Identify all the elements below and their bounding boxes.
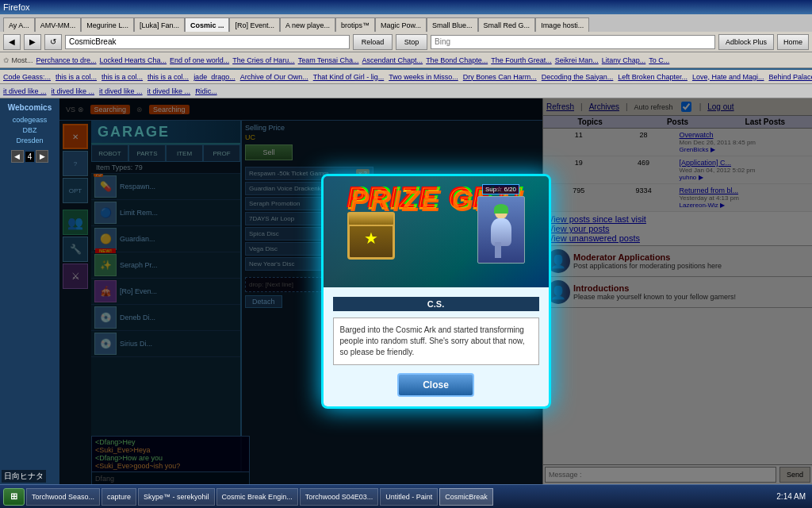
bookmark-6[interactable]: Ascendant Chapt... [362,56,423,64]
bookmarks-bar: ✩ Most... Perchance to dre... Locked Hea… [0,52,812,68]
taskbar-torchwood[interactable]: Torchwood Seaso... [26,488,100,506]
prize-chest-icon: ★ [347,216,395,260]
bm3-1[interactable]: it dived like ... [3,87,47,95]
bookmark-most-visited[interactable]: ✩ Most... [3,56,33,64]
tab-amv[interactable]: AMV-MM... [35,17,82,32]
bookmark-8[interactable]: The Fourth Great... [491,56,552,64]
third-bookmarks-bar: it dived like ... it dived like ... it d… [0,84,812,98]
bm2-col1[interactable]: this is a col... [56,73,97,81]
char-legs [495,242,501,258]
taskbar-skype[interactable]: Skype™ - serekyohil [138,488,215,506]
bookmark-5[interactable]: Team Tensai Cha... [298,56,359,64]
browser-title: Firefox [3,2,30,12]
home-button[interactable]: Home [777,34,809,50]
taskbar-paint[interactable]: Untitled - Paint [380,488,438,506]
browser-sidebar: Webcomics codegeass DBZ Dresden ◀ 4 ▶ [0,98,59,484]
bm2-tkind[interactable]: That Kind of Girl - lig... [313,73,385,81]
bm3-4[interactable]: it dived like ... [147,87,191,95]
prize-modal-overlay: PRIZE GET! ★ Sup☆ 6/20 [59,98,812,484]
address-bar[interactable] [65,35,350,49]
clock-time: 2:14 AM [776,492,806,501]
bm2-behind[interactable]: Behind Palace Wall... [768,73,812,81]
bookmark-4[interactable]: The Cries of Haru... [232,56,295,64]
prize-header: PRIZE GET! ★ Sup☆ 6/20 [324,176,549,287]
sidebar-codegeass[interactable]: codegeass [13,116,48,124]
taskbar: ⊞ Torchwood Seaso... capture Skype™ - se… [0,484,812,508]
bookmark-2[interactable]: Locked Hearts Cha... [100,56,167,64]
sidebar-webcomics-label: Webcomics [6,102,53,114]
sidebar-page-num: 4 [25,152,35,162]
adblock-button[interactable]: Adblock Plus [718,34,774,50]
bm2-love[interactable]: Love, Hate and Magi... [692,73,764,81]
browser-tabs: Ay A... AMV-MM... Megurine L... [Luka] F… [0,14,812,32]
bm3-3[interactable]: it dived like ... [99,87,143,95]
bookmark-3[interactable]: End of one world... [170,56,229,64]
char-name-bar: C.S. [333,297,539,311]
taskbar-torchwood2[interactable]: Torchwood S04E03... [300,488,379,506]
main-content: Webcomics codegeass DBZ Dresden ◀ 4 ▶ VS… [0,98,812,484]
desktop: Firefox Ay A... AMV-MM... Megurine L... … [0,0,812,508]
tab-ro[interactable]: [Ro] Event... [229,17,280,32]
bm2-dry[interactable]: Dry Bones Can Harm... [463,73,537,81]
sidebar-dbz[interactable]: DBZ [23,126,37,134]
bookmark-1[interactable]: Perchance to dre... [36,56,97,64]
prize-description: Barged into the Cosmic Ark and started t… [333,318,539,365]
bm2-col3[interactable]: this is a col... [147,73,189,81]
tab-luka[interactable]: [Luka] Fan... [134,17,185,32]
char-label: Sup☆ 6/20 [482,184,519,194]
chest-star: ★ [364,229,378,248]
bookmark-9[interactable]: Seikrei Man... [555,56,599,64]
stop-button[interactable]: Stop [396,34,427,50]
bookmark-7[interactable]: The Bond Chapte... [426,56,488,64]
bookmark-11[interactable]: To C... [649,56,669,64]
taskbar-capture[interactable]: capture [102,488,136,506]
search-input[interactable] [431,35,715,49]
bm3-5[interactable]: Ridic... [195,87,217,95]
bm2-code[interactable]: Code Geass:... [3,73,51,81]
forward-button[interactable]: ▶ [24,34,41,50]
tab-new[interactable]: A new playe... [280,17,335,32]
prize-modal-body: C.S. Barged into the Cosmic Ark and star… [324,287,549,406]
prize-modal: PRIZE GET! ★ Sup☆ 6/20 [321,174,551,409]
game-area: VS ⊗ Searching ⊗ Searching 1,638 UC 30 P… [59,98,812,484]
sidebar-prev-btn[interactable]: ◀ [11,150,24,163]
char-hair [494,204,508,214]
prize-character-area: Sup☆ 6/20 [469,184,533,264]
bm2-weeks[interactable]: Two weeks in Misso... [389,73,458,81]
tab-meg[interactable]: Megurine L... [81,17,134,32]
reload-button[interactable]: ↺ [44,34,62,50]
reload-nav-button[interactable]: Reload [353,34,393,50]
chest-lid [347,212,395,226]
taskbar-clock: 2:14 AM [776,492,809,501]
bm2-col2[interactable]: this is a col... [102,73,143,81]
char-body-group [485,202,517,258]
prize-close-button[interactable]: Close [397,373,474,397]
bm2-jade[interactable]: jade_drago... [193,73,236,81]
tab-ay[interactable]: Ay A... [3,17,35,32]
back-button[interactable]: ◀ [3,34,21,50]
title-bar: Firefox [0,0,812,14]
chest-container: ★ [347,216,395,260]
bm2-ao3[interactable]: Archive of Our Own... [240,73,308,81]
sidebar-nav-controls: ◀ 4 ▶ [11,150,49,163]
japanese-text: 日向ヒナタ [2,470,46,483]
char-torso [491,218,511,246]
char-sprite [477,196,525,264]
tab-cosmic[interactable]: Cosmic ... [185,17,230,32]
bookmark-10[interactable]: Litany Chap... [602,56,646,64]
taskbar-cosmicbreak[interactable]: Cosmic Break Engin... [216,488,298,506]
nav-bar: ◀ ▶ ↺ Reload Stop Adblock Plus Home [0,32,812,52]
taskbar-cosmicbreak2[interactable]: CosmicBreak [439,488,493,506]
tab-sblue[interactable]: Small Blue... [427,17,478,32]
sidebar-dresden[interactable]: Dresden [16,137,43,144]
tab-magic[interactable]: Magic Pow... [375,17,427,32]
bm2-left[interactable]: Left Broken Chapter... [618,73,688,81]
sidebar-next-btn[interactable]: ▶ [36,150,48,163]
tab-bro[interactable]: brotips™ [335,17,375,32]
start-button[interactable]: ⊞ [3,488,25,506]
bm2-decode[interactable]: Decoding the Saiyan... [542,73,614,81]
bm3-2[interactable]: it dived like ... [52,87,95,95]
tab-sred[interactable]: Small Red G... [478,17,536,32]
tab-img[interactable]: Image hosti... [535,17,589,32]
second-bookmarks-bar: Code Geass:... this is a col... this is … [0,70,812,84]
